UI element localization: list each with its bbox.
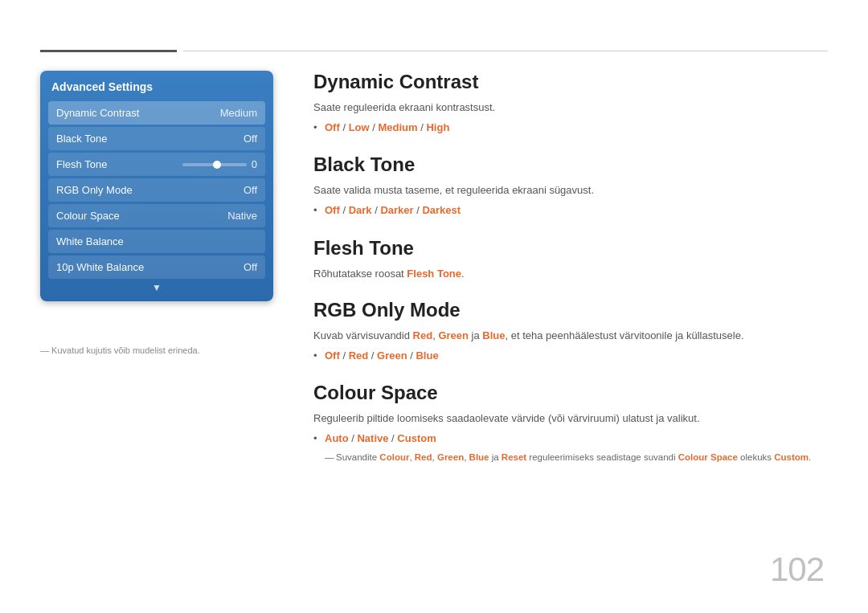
rgb-only-green: Green <box>377 349 407 362</box>
flesh-tone-slider-container: 0 <box>182 158 257 170</box>
flesh-tone-slider-thumb <box>213 161 221 169</box>
menu-item-label-dynamic-contrast: Dynamic Contrast <box>56 107 139 119</box>
rgb-blue: Blue <box>482 329 505 341</box>
section-rgb-only-mode: RGB Only Mode Kuvab värvisuvandid Red, G… <box>313 299 828 364</box>
menu-item-value-10p-white-balance: Off <box>244 261 257 273</box>
menu-item-label-colour-space: Colour Space <box>56 210 120 222</box>
dc-low: Low <box>349 121 370 133</box>
section-desc-black-tone: Saate valida musta taseme, et reguleerid… <box>313 182 828 198</box>
bottom-note: — Kuvatud kujutis võib mudelist erineda. <box>40 345 200 355</box>
bullet-rgb-only: Off / Red / Green / Blue <box>313 348 828 365</box>
advanced-settings-box: Advanced Settings Dynamic Contrast Mediu… <box>40 71 273 301</box>
arrow-down-icon: ▼ <box>48 282 265 293</box>
cs-sub-custom: Custom <box>774 452 809 462</box>
cs-native: Native <box>357 432 388 444</box>
menu-item-value-flesh-tone: 0 <box>252 158 257 170</box>
cs-sub-red: Red <box>415 452 432 462</box>
section-colour-space: Colour Space Reguleerib piltide loomisek… <box>313 382 828 464</box>
menu-item-dynamic-contrast[interactable]: Dynamic Contrast Medium <box>48 101 265 125</box>
menu-item-label-black-tone: Black Tone <box>56 133 107 145</box>
menu-item-label-white-balance: White Balance <box>56 235 124 247</box>
top-decorative-lines <box>40 50 828 52</box>
section-title-rgb-only-mode: RGB Only Mode <box>313 299 828 321</box>
section-desc-rgb-only-mode: Kuvab värvisuvandid Red, Green ja Blue, … <box>313 328 828 344</box>
menu-item-value-rgb-only-mode: Off <box>244 184 257 196</box>
cs-custom: Custom <box>397 432 436 444</box>
menu-item-flesh-tone[interactable]: Flesh Tone 0 <box>48 153 265 176</box>
page-number: 102 <box>770 550 824 589</box>
bt-darker: Darker <box>380 204 413 216</box>
menu-item-value-colour-space: Native <box>227 210 257 222</box>
menu-item-label-flesh-tone: Flesh Tone <box>56 158 107 170</box>
menu-item-10p-white-balance[interactable]: 10p White Balance Off <box>48 255 265 279</box>
menu-item-white-balance[interactable]: White Balance <box>48 230 265 253</box>
menu-item-label-rgb-only-mode: RGB Only Mode <box>56 184 133 196</box>
dc-medium: Medium <box>378 121 417 133</box>
bullet-black-tone: Off / Dark / Darker / Darkest <box>313 202 828 219</box>
rgb-red: Red <box>413 329 433 341</box>
cs-sub-colour-space: Colour Space <box>678 452 738 462</box>
menu-item-label-10p-white-balance: 10p White Balance <box>56 261 144 273</box>
menu-item-value-dynamic-contrast: Medium <box>220 107 257 119</box>
section-flesh-tone: Flesh Tone Rõhutatakse roosat Flesh Tone… <box>313 237 828 282</box>
bt-dark: Dark <box>349 204 372 216</box>
left-panel: Advanced Settings Dynamic Contrast Mediu… <box>40 71 273 301</box>
menu-item-black-tone[interactable]: Black Tone Off <box>48 127 265 150</box>
advanced-settings-title: Advanced Settings <box>48 80 265 93</box>
colour-space-sub-note: Suvandite Colour, Red, Green, Blue ja Re… <box>313 451 828 464</box>
cs-sub-reset: Reset <box>502 452 526 462</box>
dc-off: Off <box>325 121 340 133</box>
flesh-tone-highlight: Flesh Tone <box>407 268 461 280</box>
right-content: Dynamic Contrast Saate reguleerida ekraa… <box>313 71 828 482</box>
flesh-tone-slider-track[interactable] <box>182 163 247 166</box>
menu-item-value-black-tone: Off <box>244 133 257 145</box>
rgb-only-red: Red <box>349 349 369 362</box>
cs-sub-blue: Blue <box>469 452 489 462</box>
rgb-green: Green <box>438 329 469 341</box>
cs-sub-green: Green <box>437 452 464 462</box>
section-desc-colour-space: Reguleerib piltide loomiseks saadaolevat… <box>313 411 828 427</box>
section-title-colour-space: Colour Space <box>313 382 828 404</box>
rgb-only-blue: Blue <box>416 349 438 362</box>
bullet-colour-space: Auto / Native / Custom <box>313 431 828 447</box>
menu-item-colour-space[interactable]: Colour Space Native <box>48 204 265 227</box>
bullet-dynamic-contrast: Off / Low / Medium / High <box>313 120 828 137</box>
rgb-off: Off <box>325 349 340 362</box>
section-black-tone: Black Tone Saate valida musta taseme, et… <box>313 153 828 219</box>
section-desc-dynamic-contrast: Saate reguleerida ekraani kontrastsust. <box>313 100 828 116</box>
section-dynamic-contrast: Dynamic Contrast Saate reguleerida ekraa… <box>313 71 828 136</box>
dc-high: High <box>426 121 449 133</box>
cs-sub-colour: Colour <box>379 452 409 462</box>
top-line-dark <box>40 50 177 52</box>
menu-item-rgb-only-mode[interactable]: RGB Only Mode Off <box>48 178 265 202</box>
bt-off: Off <box>325 204 340 216</box>
section-title-black-tone: Black Tone <box>313 153 828 176</box>
cs-auto: Auto <box>325 432 349 444</box>
section-desc-flesh-tone: Rõhutatakse roosat Flesh Tone. <box>313 266 828 282</box>
section-title-flesh-tone: Flesh Tone <box>313 237 828 260</box>
section-title-dynamic-contrast: Dynamic Contrast <box>313 71 828 93</box>
bt-darkest: Darkest <box>422 204 461 216</box>
top-line-light <box>183 51 828 51</box>
